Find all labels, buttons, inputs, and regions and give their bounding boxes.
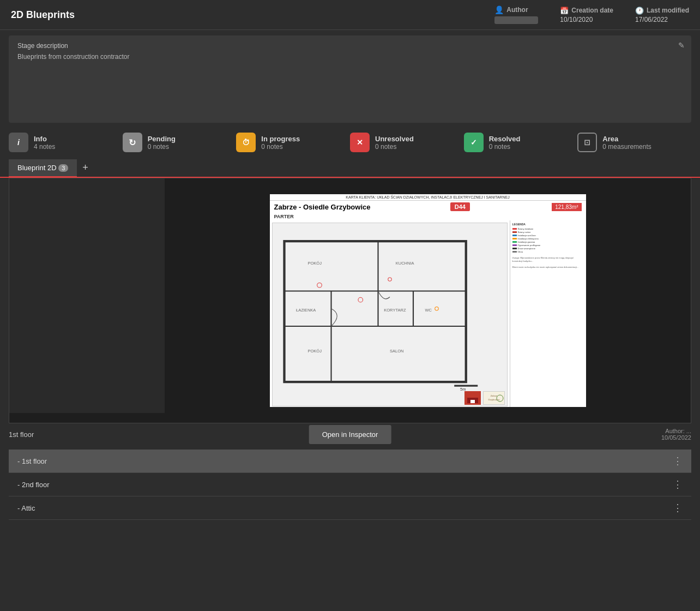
pending-icon [129, 137, 136, 148]
svg-text:KUCHNIA: KUCHNIA [395, 261, 414, 266]
stat-info[interactable]: Info 4 notes [9, 133, 123, 152]
bp-section-label: PARTER [270, 213, 586, 220]
person-icon [494, 5, 504, 14]
inprogress-icon-box [236, 133, 256, 152]
inprogress-texts: In progress 0 notes [261, 135, 300, 151]
blueprint-document: KARTA KLIENTA: UKŁAD ŚCIAN DZIAŁOWYCH, I… [270, 194, 586, 407]
calendar-icon [560, 7, 569, 15]
resolved-name: Resolved [489, 135, 521, 143]
floor-label: 1st floor [9, 430, 34, 439]
pending-icon-box [123, 133, 142, 152]
last-modified-label-container: Last modified [635, 7, 689, 15]
tab-blueprint2d[interactable]: Blueprint 2D 3 [9, 159, 77, 177]
author-label-container: Author [494, 5, 528, 14]
floor-item-attic[interactable]: - Attic [9, 496, 691, 520]
stat-pending[interactable]: Pending 0 notes [123, 133, 237, 152]
bp-title-bar: Zabrze - Osiedle Grzybowice D44 121,83m² [270, 201, 586, 213]
unresolved-icon [357, 137, 363, 147]
blueprint-footer: 1st floor Open in Inspector Author: ... … [0, 423, 700, 445]
svg-point-16 [388, 278, 391, 281]
area-icon-box [577, 133, 597, 152]
stat-area[interactable]: Area 0 measurements [577, 133, 691, 152]
svg-point-14 [317, 283, 322, 287]
resolved-texts: Resolved 0 notes [489, 135, 521, 151]
floor-item-2ndfloor-name: - 2nd floor [17, 481, 50, 489]
bp-badge: D44 [450, 202, 470, 211]
floor-item-2ndfloor[interactable]: - 2nd floor [9, 473, 691, 496]
svg-text:WC: WC [425, 308, 432, 313]
add-tab-button[interactable]: + [77, 159, 94, 177]
tab-count-badge: 3 [58, 164, 68, 172]
area-icon [584, 137, 590, 147]
bp-title: Zabrze - Osiedle Grzybowice [274, 203, 371, 211]
dots-icon-attic [673, 504, 683, 513]
creation-date-meta: Creation date 10/10/2020 [560, 7, 613, 23]
unresolved-texts: Unresolved 0 notes [375, 135, 414, 151]
viewer-author-label: Author: ... [661, 428, 691, 434]
svg-text:SALON: SALON [390, 349, 403, 354]
area-texts: Area 0 measurements [602, 135, 651, 151]
creation-date-value: 10/10/2020 [560, 16, 593, 23]
page-title: 2D Blueprints [11, 9, 75, 21]
viewer-date-label: 10/05/2022 [661, 434, 691, 441]
svg-text:POKÓJ: POKÓJ [307, 349, 322, 354]
clock-icon [635, 7, 644, 15]
author-label: Author [506, 6, 528, 14]
pending-name: Pending [148, 135, 176, 143]
stage-label: Stage description [17, 42, 683, 50]
svg-text:ŁAZIENKA: ŁAZIENKA [296, 308, 316, 313]
dots-icon-1stfloor [673, 457, 683, 466]
svg-rect-18 [454, 385, 478, 387]
stat-resolved[interactable]: Resolved 0 notes [464, 133, 578, 152]
author-date-area: Author: ... 10/05/2022 [661, 428, 691, 441]
author-avatar [494, 16, 538, 24]
bp-content: POKÓJ KUCHNIA ŁAZIENKA KORYTARZ WC POKÓJ… [270, 220, 586, 407]
tabs-row: Blueprint 2D 3 + [0, 159, 700, 178]
edit-icon [678, 41, 685, 50]
unresolved-icon-box [350, 133, 370, 152]
unresolved-count: 0 notes [375, 143, 414, 151]
blueprint-image-area: KARTA KLIENTA: UKŁAD ŚCIAN DZIAŁOWYCH, I… [165, 189, 691, 412]
tab-blueprint2d-label: Blueprint 2D 3 [17, 164, 68, 172]
resolved-icon [470, 137, 477, 147]
svg-point-15 [358, 297, 363, 302]
svg-text:KORYTARZ: KORYTARZ [384, 308, 406, 313]
last-modified-value: 17/06/2022 [635, 16, 668, 23]
area-count: 0 measurements [602, 143, 651, 151]
svg-text:POKÓJ: POKÓJ [307, 261, 322, 266]
svg-text:Zabrze: Zabrze [490, 394, 497, 397]
floor-item-1stfloor[interactable]: - 1st floor [9, 450, 691, 473]
info-name: Info [34, 135, 55, 143]
blueprint-viewer: KARTA KLIENTA: UKŁAD ŚCIAN DZIAŁOWYCH, I… [9, 178, 691, 423]
resolved-icon-box [464, 133, 484, 152]
floor-item-1stfloor-menu[interactable] [673, 455, 683, 467]
open-inspector-button[interactable]: Open in Inspector [309, 425, 391, 444]
area-name: Area [602, 135, 651, 143]
pending-count: 0 notes [148, 143, 176, 151]
floor-item-2ndfloor-menu[interactable] [673, 478, 683, 490]
stats-row: Info 4 notes Pending 0 notes In progress… [0, 128, 700, 157]
last-modified-label: Last modified [647, 7, 689, 14]
floor-list: - 1st floor - 2nd floor - Attic [9, 450, 691, 520]
stage-description-section: Stage description Blueprints from constr… [9, 35, 691, 123]
floor-item-attic-menu[interactable] [673, 502, 683, 514]
info-texts: Info 4 notes [34, 135, 55, 151]
bp-legend: LEGENDA Ściany działowe Ściany nośne Ins… [510, 220, 586, 407]
info-count: 4 notes [34, 143, 55, 151]
floor-plan-svg: POKÓJ KUCHNIA ŁAZIENKA KORYTARZ WC POKÓJ… [273, 223, 507, 406]
author-meta: Author [494, 5, 538, 24]
brand-logo: Zabrze Grzybowice [483, 391, 505, 405]
resolved-count: 0 notes [489, 143, 521, 151]
stat-unresolved[interactable]: Unresolved 0 notes [350, 133, 464, 152]
stage-edit-button[interactable] [678, 41, 685, 50]
svg-marker-21 [465, 393, 480, 398]
stat-inprogress[interactable]: In progress 0 notes [236, 133, 350, 152]
info-icon [17, 137, 20, 147]
bp-plan-area: POKÓJ KUCHNIA ŁAZIENKA KORYTARZ WC POKÓJ… [272, 223, 508, 406]
last-modified-meta: Last modified 17/06/2022 [635, 7, 689, 23]
info-icon-box [9, 133, 28, 152]
stage-text: Blueprints from construction contractor [17, 53, 683, 61]
svg-rect-22 [470, 400, 475, 403]
dots-icon-2ndfloor [673, 480, 683, 489]
unresolved-name: Unresolved [375, 135, 414, 143]
